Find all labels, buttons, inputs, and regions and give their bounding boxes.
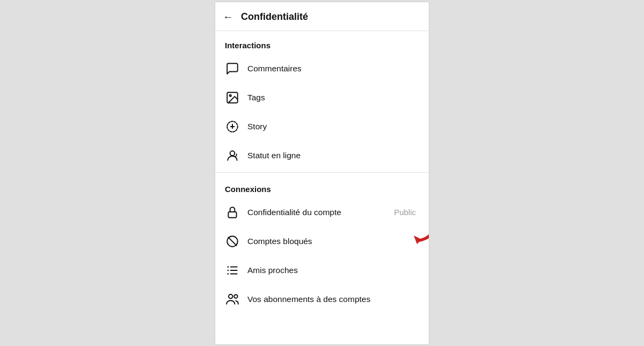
- phone-frame: ← Confidentialité Interactions Commentai…: [215, 2, 429, 345]
- abonnements-text: Vos abonnements à des comptes: [247, 295, 419, 304]
- svg-point-18: [228, 269, 229, 271]
- close-friends-icon: [225, 263, 240, 278]
- svg-rect-8: [228, 211, 236, 217]
- svg-point-21: [234, 295, 238, 298]
- story-icon: [225, 119, 240, 134]
- commentaires-text: Commentaires: [247, 64, 419, 73]
- menu-item-commentaires[interactable]: Commentaires: [215, 54, 429, 83]
- page-title: Confidentialité: [241, 11, 308, 23]
- svg-point-19: [228, 273, 229, 275]
- header: ← Confidentialité: [215, 2, 429, 31]
- lock-icon: [225, 205, 240, 220]
- online-icon: [225, 148, 240, 163]
- svg-line-10: [228, 237, 236, 245]
- blocked-icon: [225, 234, 240, 249]
- menu-item-abonnements[interactable]: Vos abonnements à des comptes: [215, 285, 429, 314]
- menu-item-statut[interactable]: Statut en ligne: [215, 141, 429, 170]
- tags-text: Tags: [247, 93, 419, 102]
- section-divider: [215, 172, 429, 173]
- amis-proches-text: Amis proches: [247, 266, 419, 275]
- statut-text: Statut en ligne: [247, 151, 419, 160]
- svg-point-1: [230, 94, 231, 96]
- confidentialite-compte-text: Confidentialité du compte: [247, 208, 394, 217]
- menu-item-comptes-bloques[interactable]: Comptes bloqués: [215, 227, 429, 256]
- connexions-section: Connexions Confidentialité du compte Pub…: [215, 175, 429, 314]
- menu-item-story[interactable]: Story: [215, 112, 429, 141]
- story-text: Story: [247, 122, 419, 131]
- svg-point-20: [229, 294, 233, 298]
- connexions-label: Connexions: [215, 175, 429, 198]
- comment-icon: [225, 61, 240, 76]
- menu-item-confidentialite-compte[interactable]: Confidentialité du compte Public: [215, 198, 429, 227]
- confidentialite-compte-value: Public: [394, 208, 416, 217]
- menu-item-tags[interactable]: Tags: [215, 83, 429, 112]
- interactions-section: Interactions Commentaires Tags: [215, 31, 429, 170]
- svg-point-17: [228, 266, 229, 268]
- interactions-label: Interactions: [215, 31, 429, 54]
- comptes-bloques-text: Comptes bloqués: [247, 237, 419, 246]
- back-button[interactable]: ←: [223, 11, 233, 23]
- following-icon: [225, 292, 240, 307]
- svg-point-7: [230, 151, 235, 156]
- tag-icon: [225, 90, 240, 105]
- menu-item-amis-proches[interactable]: Amis proches: [215, 256, 429, 285]
